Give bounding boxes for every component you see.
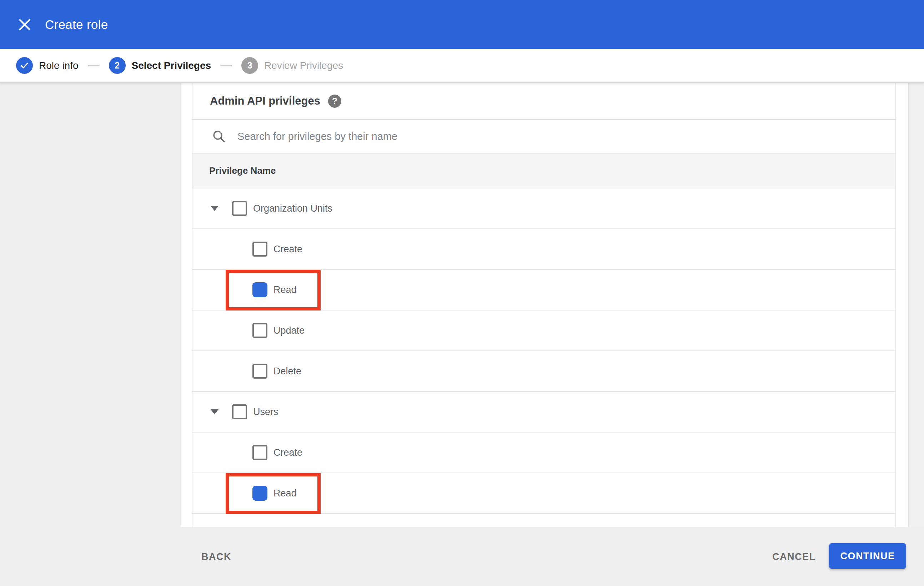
privilege-label: Create (274, 244, 302, 255)
privilege-row[interactable]: Delete (193, 351, 896, 392)
privilege-label: Users (253, 407, 279, 418)
privilege-rows: Organization Units Create Read Update (193, 188, 896, 514)
privilege-row[interactable]: Create (193, 433, 896, 473)
back-button[interactable]: BACK (201, 551, 231, 562)
privilege-checkbox[interactable] (232, 404, 247, 419)
appbar: Create role (0, 0, 924, 49)
privilege-row[interactable]: Read (193, 270, 896, 311)
privilege-row[interactable]: Create (193, 229, 896, 270)
privilege-checkbox[interactable] (252, 486, 267, 501)
privilege-label: Organization Units (253, 203, 332, 214)
highlight-annotation (226, 473, 321, 514)
privilege-checkbox[interactable] (252, 242, 267, 257)
privilege-row[interactable]: Update (193, 311, 896, 351)
help-icon[interactable]: ? (328, 95, 342, 108)
privilege-label: Update (274, 325, 305, 336)
cancel-button[interactable]: CANCEL (772, 551, 816, 562)
step3-number: 3 (241, 57, 258, 74)
privilege-row[interactable]: Users (193, 392, 896, 433)
dialog-title: Create role (45, 18, 108, 32)
privileges-table: Admin API privileges ? Privilege Name Or… (192, 83, 896, 527)
step-role-info[interactable]: Role info (16, 57, 79, 74)
left-panel (0, 83, 181, 586)
privilege-checkbox[interactable] (252, 364, 267, 379)
step-select-privileges[interactable]: 2 Select Privileges (109, 57, 211, 74)
privilege-label: Delete (274, 366, 301, 377)
privilege-row[interactable]: Organization Units (193, 188, 896, 229)
section-title: Admin API privileges (210, 95, 320, 107)
step3-label: Review Privileges (264, 60, 343, 71)
privilege-checkbox[interactable] (252, 323, 267, 338)
close-icon[interactable] (16, 16, 33, 33)
column-header-label: Privilege Name (209, 165, 276, 176)
highlight-annotation (226, 270, 321, 311)
scrollbar-track[interactable] (908, 83, 924, 586)
privilege-checkbox[interactable] (252, 445, 267, 460)
content-card: Admin API privileges ? Privilege Name Or… (181, 83, 908, 527)
continue-button[interactable]: CONTINUE (829, 543, 906, 569)
collapse-arrow-icon[interactable] (211, 409, 218, 414)
step2-number: 2 (109, 57, 126, 74)
table-column-header: Privilege Name (193, 153, 896, 188)
step1-label: Role info (39, 60, 79, 71)
step-connector (220, 65, 232, 66)
search-icon (211, 129, 226, 144)
footer-bar: BACK CANCEL CONTINUE (0, 527, 924, 586)
step-review-privileges[interactable]: 3 Review Privileges (241, 57, 343, 74)
step-connector (88, 65, 100, 66)
search-bar[interactable] (193, 120, 896, 153)
privilege-label: Read (274, 488, 297, 499)
collapse-arrow-icon[interactable] (211, 206, 218, 211)
stepper: Role info 2 Select Privileges 3 Review P… (0, 49, 924, 83)
privilege-checkbox[interactable] (232, 201, 247, 216)
privilege-checkbox[interactable] (252, 282, 267, 297)
search-input[interactable] (237, 130, 774, 143)
privilege-label: Read (274, 285, 297, 296)
privilege-row[interactable]: Read (193, 473, 896, 514)
privilege-label: Create (274, 447, 302, 458)
step1-check-icon (16, 57, 33, 74)
step2-label: Select Privileges (132, 60, 211, 71)
section-header: Admin API privileges ? (193, 83, 896, 120)
